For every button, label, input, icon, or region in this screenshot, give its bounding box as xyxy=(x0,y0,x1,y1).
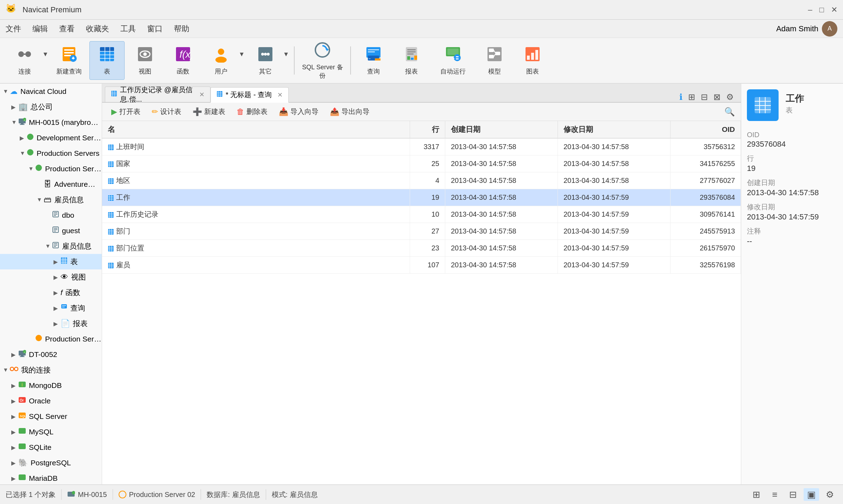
sidebar-item-prod-server-02b[interactable]: Production Server 02 xyxy=(0,331,102,347)
col-created: 创建日期 xyxy=(445,121,558,138)
statusbar-settings-icon[interactable]: ⚙ xyxy=(822,488,837,501)
sidebar-item-navicat-cloud[interactable]: ▼ ☁ Navicat Cloud xyxy=(0,84,102,99)
menu-file[interactable]: 文件 xyxy=(6,24,21,34)
table-row[interactable]: 国家 25 2013-04-30 14:57:58 2013-04-30 14:… xyxy=(102,155,741,172)
content-area: 工作历史记录 @雇员信息.偿... ✕ * 无标题 - 查询 ✕ ℹ ⊞ ⊟ ⊠… xyxy=(102,84,741,484)
sidebar-item-prod-servers[interactable]: ▼ Production Servers xyxy=(0,146,102,161)
sidebar-item-report-node[interactable]: ▶ 📄 报表 xyxy=(0,316,102,331)
menu-help[interactable]: 帮助 xyxy=(174,24,189,34)
svg-rect-11 xyxy=(100,47,114,51)
svg-point-93 xyxy=(10,367,14,371)
statusbar-panel-icon[interactable]: ▣ xyxy=(804,488,819,501)
svg-text:✓: ✓ xyxy=(24,119,26,121)
menu-view[interactable]: 查看 xyxy=(59,24,75,34)
maximize-button[interactable]: □ xyxy=(819,5,824,14)
toolbar-new-query[interactable]: 新建查询 xyxy=(51,41,87,80)
tab-history[interactable]: 工作历史记录 @雇员信息.偿... ✕ xyxy=(105,87,210,102)
menu-tools[interactable]: 工具 xyxy=(120,24,136,34)
svg-rect-86 xyxy=(62,307,65,307)
search-button[interactable]: 🔍 xyxy=(723,106,737,118)
statusbar-detail-icon[interactable]: ⊟ xyxy=(785,488,801,501)
svg-marker-29 xyxy=(327,48,329,51)
created-label: 创建日期 xyxy=(747,178,837,187)
sidebar-item-query-node[interactable]: ▶ 查询 xyxy=(0,300,102,316)
app-logo: 🐱 xyxy=(6,4,18,16)
sidebar-item-guest[interactable]: guest xyxy=(0,223,102,238)
close-button[interactable]: ✕ xyxy=(831,5,837,14)
sidebar-item-prod-server-02[interactable]: ▼ Production Server 02 xyxy=(0,161,102,177)
table-row[interactable]: 雇员 107 2013-04-30 14:57:58 2013-04-30 14… xyxy=(102,257,741,274)
sidebar-item-mysql[interactable]: ▶ MySQL xyxy=(0,424,102,440)
sidebar-item-dev-servers[interactable]: ▶ Development Servers xyxy=(0,130,102,146)
obj-import-button[interactable]: 📥 导入向导 xyxy=(274,105,323,119)
sidebar-item-adventureworks[interactable]: 🗄 AdventureWorks xyxy=(0,177,102,192)
toolbar-report[interactable]: 报表 xyxy=(394,41,429,80)
tab-history-label: 工作历史记录 @雇员信息.偿... xyxy=(120,85,194,104)
menu-favorites[interactable]: 收藏夹 xyxy=(86,24,109,34)
statusbar-server: MH-0015 xyxy=(67,491,107,499)
sidebar-item-mongodb[interactable]: ▶ MongoDB xyxy=(0,378,102,393)
sidebar-item-yuangong-schema[interactable]: ▼ 雇员信息 xyxy=(0,238,102,254)
table-row[interactable]: 地区 4 2013-04-30 14:57:58 2013-04-30 14:5… xyxy=(102,172,741,189)
toolbar-function[interactable]: f(x) 函数 xyxy=(165,41,201,80)
menu-window[interactable]: 窗口 xyxy=(147,24,163,34)
sidebar-item-dbo[interactable]: dbo xyxy=(0,208,102,223)
toolbar-autorun[interactable]: 自动运行 xyxy=(432,41,474,80)
sidebar-item-table-node[interactable]: ▶ 表 xyxy=(0,254,102,269)
connect-arrow: ▼ xyxy=(42,51,49,58)
tab-query-close[interactable]: ✕ xyxy=(277,91,283,99)
svg-point-63 xyxy=(27,134,33,140)
rows-value: 19 xyxy=(747,164,837,173)
sidebar-item-func-node[interactable]: ▶ f 函数 xyxy=(0,285,102,300)
modified-value: 2013-04-30 14:57:59 xyxy=(747,212,837,222)
obj-new-button[interactable]: ➕ 新建表 xyxy=(188,105,230,119)
toolbar-backup[interactable]: SQL Server 备份 xyxy=(300,41,345,80)
toolbar-other[interactable]: 其它 xyxy=(248,41,283,80)
sidebar-item-dt0052[interactable]: ▶ ✓ DT-0052 xyxy=(0,347,102,362)
right-panel-icon4[interactable]: ⊠ xyxy=(713,92,721,102)
obj-export-button[interactable]: 📤 导出向导 xyxy=(325,105,375,119)
minimize-button[interactable]: – xyxy=(808,5,812,14)
sidebar-item-view-node[interactable]: ▶ 👁 视图 xyxy=(0,269,102,285)
toolbar-user[interactable]: 用户 xyxy=(203,41,239,80)
objects-table: 名 行 创建日期 修改日期 OID 上班时间 xyxy=(102,121,741,274)
sidebar-item-general-company[interactable]: ▶ 🏢 总公司 xyxy=(0,99,102,115)
tab-history-close[interactable]: ✕ xyxy=(199,91,205,98)
obj-design-button[interactable]: ✏ 设计表 xyxy=(147,105,186,119)
right-panel-icon3[interactable]: ⊟ xyxy=(701,92,708,102)
toolbar-connect[interactable]: 连接 xyxy=(7,41,42,80)
info-table-icon xyxy=(747,89,779,121)
statusbar-list-icon[interactable]: ≡ xyxy=(767,488,782,501)
toolbar-sep-1 xyxy=(294,46,295,75)
toolbar-model[interactable]: 模型 xyxy=(477,41,512,80)
tab-query[interactable]: * 无标题 - 查询 ✕ xyxy=(210,87,289,103)
toolbar-query[interactable]: 查询 xyxy=(356,41,391,80)
sidebar-item-mh0015[interactable]: ▼ ✓ MH-0015 (marybrown@gmai xyxy=(0,115,102,130)
toolbar-table[interactable]: 表 xyxy=(89,41,125,80)
sidebar-item-yuangong-db[interactable]: ▼ 🗃 雇员信息 xyxy=(0,192,102,208)
table-row[interactable]: 工作 19 2013-04-30 14:57:58 2013-04-30 14:… xyxy=(102,189,741,206)
table-row[interactable]: 工作历史记录 10 2013-04-30 14:57:58 2013-04-30… xyxy=(102,206,741,223)
table-row[interactable]: 部门 27 2013-04-30 14:57:58 2013-04-30 14:… xyxy=(102,223,741,240)
sidebar-item-postgresql[interactable]: ▶ 🐘 PostgreSQL xyxy=(0,455,102,471)
sidebar-item-sqlserver[interactable]: ▶ SQL SQL Server xyxy=(0,409,102,424)
sidebar-item-oracle[interactable]: ▶ Or Oracle xyxy=(0,393,102,409)
delete-icon: 🗑 xyxy=(237,107,244,116)
right-panel-icon5[interactable]: ⚙ xyxy=(726,92,734,102)
svg-point-19 xyxy=(143,52,147,56)
toolbar-chart[interactable]: 图表 xyxy=(515,41,550,80)
right-panel-icon2[interactable]: ⊞ xyxy=(688,92,695,102)
menu-edit[interactable]: 编辑 xyxy=(32,24,48,34)
toolbar-view[interactable]: 视图 xyxy=(127,41,163,80)
svg-rect-49 xyxy=(489,49,494,52)
sidebar-item-sqlite[interactable]: ▶ SQLite xyxy=(0,440,102,455)
svg-rect-75 xyxy=(54,243,57,244)
obj-delete-button[interactable]: 🗑 删除表 xyxy=(232,105,272,119)
obj-open-button[interactable]: ▶ 打开表 xyxy=(106,105,145,119)
table-row[interactable]: 上班时间 3317 2013-04-30 14:57:58 2013-04-30… xyxy=(102,138,741,155)
statusbar-grid-icon[interactable]: ⊞ xyxy=(749,488,764,501)
sidebar-item-mariadb[interactable]: ▶ MariaDB xyxy=(0,471,102,484)
table-row[interactable]: 部门位置 23 2013-04-30 14:57:58 2013-04-30 1… xyxy=(102,240,741,257)
right-panel-info-icon[interactable]: ℹ xyxy=(679,92,682,102)
sidebar-item-my-connections[interactable]: ▼ 我的连接 xyxy=(0,362,102,378)
